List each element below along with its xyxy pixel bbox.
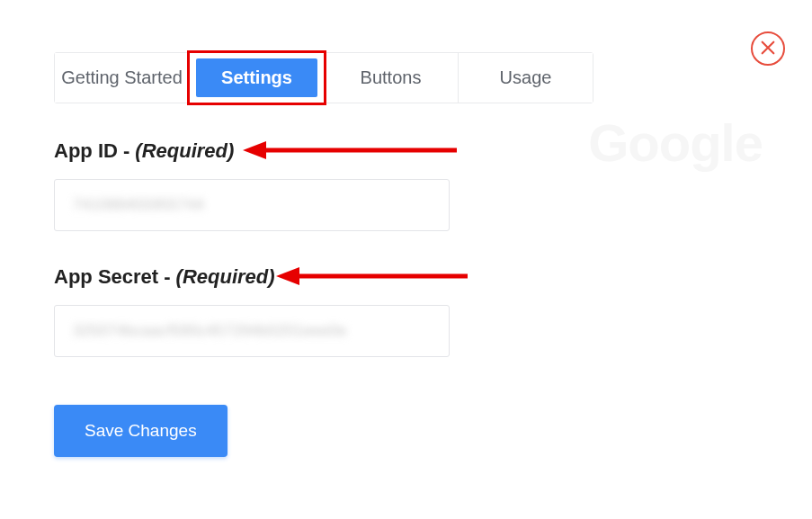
app-id-value: 741088455955744 [73, 196, 204, 214]
tab-usage[interactable]: Usage [459, 53, 593, 103]
tab-label: Getting Started [61, 67, 183, 88]
tab-label: Usage [500, 67, 552, 88]
app-id-label: App ID - (Required) [54, 139, 450, 163]
arrow-annotation-icon [276, 267, 469, 285]
label-required: (Required) [176, 265, 275, 289]
tab-buttons[interactable]: Buttons [324, 53, 459, 103]
app-secret-label: App Secret - (Required) [54, 265, 450, 289]
save-label: Save Changes [85, 421, 197, 440]
close-button[interactable] [751, 31, 785, 66]
label-prefix: App Secret - [54, 265, 171, 289]
save-changes-button[interactable]: Save Changes [54, 405, 228, 457]
app-secret-input[interactable]: 325074bcaacf580c457294b0201eee0e [54, 305, 450, 357]
label-required: (Required) [135, 139, 234, 163]
app-secret-value: 325074bcaacf580c457294b0201eee0e [73, 322, 347, 340]
tab-settings[interactable]: Settings [187, 50, 326, 105]
close-icon [760, 40, 776, 58]
tab-getting-started[interactable]: Getting Started [55, 53, 190, 103]
label-prefix: App ID - [54, 139, 129, 163]
svg-marker-3 [276, 267, 299, 285]
tabs-bar: Getting Started Settings Buttons Usage [54, 52, 593, 103]
arrow-annotation-icon [243, 141, 459, 159]
tab-label-active: Settings [196, 58, 317, 97]
tab-label: Buttons [361, 67, 422, 88]
field-app-id: App ID - (Required) 741088455955744 [54, 139, 450, 231]
svg-marker-1 [243, 141, 266, 159]
field-app-secret: App Secret - (Required) 325074bcaacf580c… [54, 265, 450, 357]
brand-watermark: Google [588, 112, 763, 173]
app-id-input[interactable]: 741088455955744 [54, 179, 450, 231]
